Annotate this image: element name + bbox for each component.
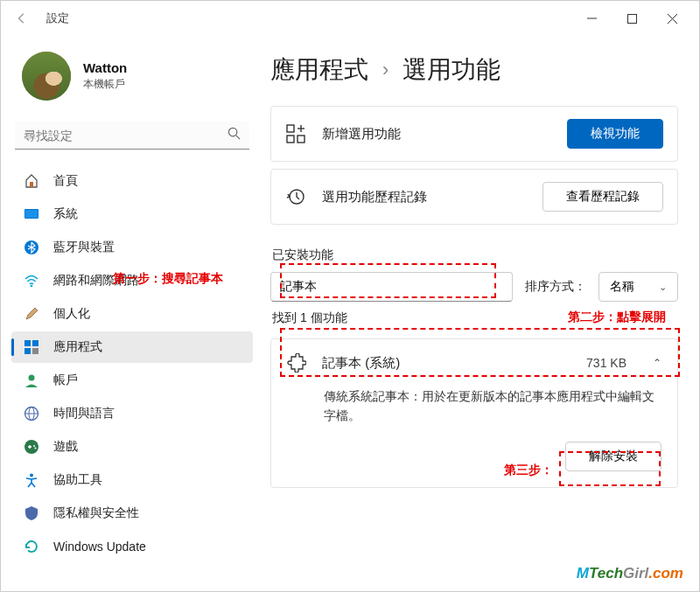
svg-point-20: [33, 445, 35, 447]
nav-system[interactable]: 系統: [11, 198, 253, 230]
breadcrumb-current: 選用功能: [402, 53, 500, 87]
main-content: 應用程式 › 選用功能 新增選用功能 檢視功能 選用功能歷程記錄 查看歷程記錄 …: [263, 36, 699, 591]
nav-personalization[interactable]: 個人化: [11, 298, 253, 330]
sort-select[interactable]: 名稱 ⌄: [598, 272, 678, 302]
svg-rect-24: [287, 136, 294, 143]
chevron-down-icon: ⌄: [659, 282, 667, 293]
puzzle-icon: [287, 353, 306, 373]
nav-bluetooth[interactable]: 藍牙與裝置: [11, 232, 253, 263]
maximize-button[interactable]: [612, 4, 652, 32]
svg-point-22: [30, 474, 33, 477]
nav-privacy[interactable]: 隱私權與安全性: [11, 498, 253, 529]
result-body: 傳統系統記事本：用於在更新版本的記事本應用程式中編輯文字檔。 解除安裝: [271, 387, 677, 487]
svg-rect-11: [24, 340, 31, 346]
svg-point-15: [29, 375, 35, 381]
svg-rect-25: [298, 136, 304, 143]
result-name: 記事本 (系統): [322, 355, 570, 372]
nav-label: 時間與語言: [53, 406, 115, 421]
shield-icon: [24, 505, 39, 521]
svg-rect-1: [627, 14, 636, 23]
svg-rect-6: [30, 182, 33, 187]
breadcrumb-parent[interactable]: 應用程式: [270, 53, 368, 87]
result-size: 731 KB: [586, 356, 626, 370]
profile[interactable]: Watton 本機帳戶: [11, 36, 253, 122]
person-icon: [24, 373, 39, 388]
sidebar: Watton 本機帳戶 首頁 系統 藍牙與裝置 網路和網際網路 個人化 應用程式…: [1, 36, 263, 591]
nav-gaming[interactable]: 遊戲: [11, 431, 253, 463]
nav-label: 帳戶: [53, 373, 78, 388]
add-feature-card: 新增選用功能 檢視功能: [270, 106, 678, 162]
result-header[interactable]: 記事本 (系統) 731 KB ⌃: [271, 339, 677, 387]
nav-label: 系統: [53, 206, 78, 222]
close-button[interactable]: [652, 4, 692, 32]
history-icon: [285, 186, 306, 207]
nav-label: Windows Update: [53, 540, 146, 554]
titlebar: 設定: [1, 1, 699, 36]
result-card: 記事本 (系統) 731 KB ⌃ 傳統系統記事本：用於在更新版本的記事本應用程…: [270, 338, 678, 488]
search-icon: [228, 127, 241, 143]
nav-apps[interactable]: 應用程式: [11, 331, 253, 363]
view-history-button[interactable]: 查看歷程記錄: [542, 182, 663, 212]
breadcrumb: 應用程式 › 選用功能: [270, 53, 678, 87]
bluetooth-icon: [24, 240, 39, 255]
globe-clock-icon: [24, 406, 39, 421]
nav-label: 隱私權與安全性: [53, 505, 139, 521]
nav-label: 藍牙與裝置: [53, 240, 115, 255]
nav-label: 首頁: [53, 173, 78, 189]
result-description: 傳統系統記事本：用於在更新版本的記事本應用程式中編輯文字檔。: [324, 387, 662, 426]
history-label: 選用功能歷程記錄: [322, 189, 527, 205]
watermark: MTechGirl.com: [577, 565, 683, 582]
result-count: 找到 1 個功能: [272, 310, 678, 326]
svg-rect-23: [287, 125, 294, 132]
svg-rect-13: [24, 348, 31, 354]
brush-icon: [24, 306, 39, 322]
filter-input[interactable]: [270, 272, 513, 302]
view-features-button[interactable]: 檢視功能: [567, 119, 663, 149]
svg-rect-14: [32, 348, 38, 354]
wifi-icon: [24, 273, 39, 289]
sort-label: 排序方式：: [525, 279, 586, 295]
filter-row: 排序方式： 名稱 ⌄: [270, 272, 678, 302]
update-icon: [24, 539, 39, 554]
nav-label: 網路和網際網路: [53, 273, 139, 289]
accessibility-icon: [24, 472, 39, 488]
nav-accounts[interactable]: 帳戶: [11, 365, 253, 396]
nav-accessibility[interactable]: 協助工具: [11, 464, 253, 496]
search-box[interactable]: [15, 122, 249, 150]
nav-update[interactable]: Windows Update: [11, 531, 253, 562]
gamepad-icon: [24, 439, 39, 455]
nav-home[interactable]: 首頁: [11, 165, 253, 197]
uninstall-button[interactable]: 解除安裝: [565, 442, 662, 471]
svg-rect-8: [25, 210, 38, 218]
nav: 首頁 系統 藍牙與裝置 網路和網際網路 個人化 應用程式 帳戶 時間與語言 遊戲…: [11, 165, 253, 562]
nav-label: 應用程式: [53, 339, 102, 355]
home-icon: [24, 173, 39, 189]
search-input[interactable]: [24, 129, 228, 143]
window-title: 設定: [46, 10, 69, 26]
profile-name: Watton: [83, 60, 127, 75]
add-grid-icon: [285, 123, 306, 144]
add-feature-label: 新增選用功能: [322, 126, 551, 143]
chevron-up-icon: ⌃: [653, 357, 662, 369]
avatar: [22, 52, 71, 101]
svg-point-10: [31, 285, 33, 288]
profile-sub: 本機帳戶: [83, 77, 127, 92]
nav-label: 協助工具: [53, 472, 102, 488]
svg-point-4: [228, 128, 236, 136]
back-arrow-icon: [16, 12, 28, 24]
svg-rect-12: [32, 340, 38, 346]
system-icon: [24, 206, 39, 222]
installed-title: 已安裝功能: [272, 247, 678, 263]
svg-line-5: [236, 136, 240, 139]
apps-icon: [24, 339, 39, 355]
nav-network[interactable]: 網路和網際網路: [11, 265, 253, 296]
nav-label: 個人化: [53, 306, 90, 322]
minimize-button[interactable]: [571, 4, 612, 32]
breadcrumb-sep-icon: ›: [382, 59, 388, 81]
nav-label: 遊戲: [53, 439, 78, 455]
svg-point-21: [35, 448, 37, 449]
sort-value: 名稱: [610, 279, 634, 295]
history-card: 選用功能歷程記錄 查看歷程記錄: [270, 169, 678, 225]
back-button[interactable]: [8, 4, 36, 32]
nav-time[interactable]: 時間與語言: [11, 398, 253, 429]
